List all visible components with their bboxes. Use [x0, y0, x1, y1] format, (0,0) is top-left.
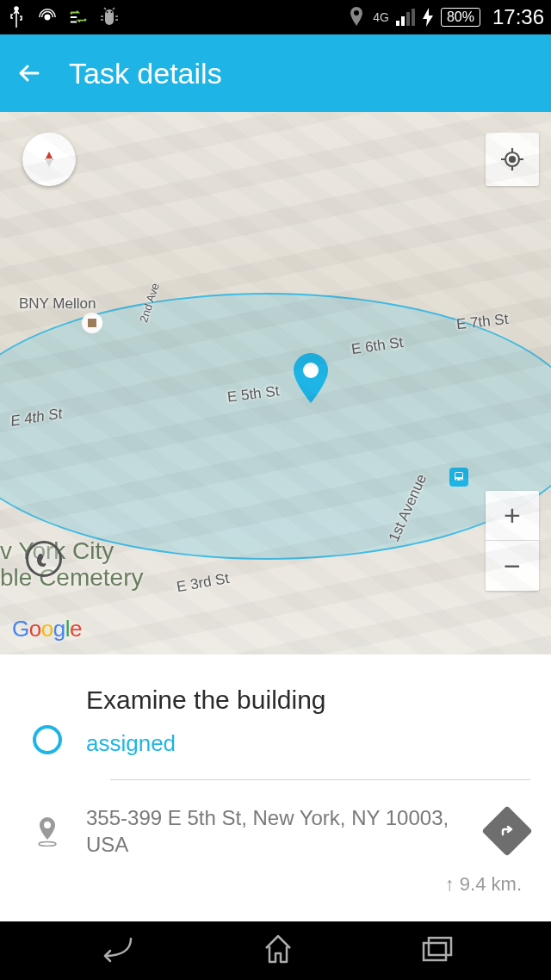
location-pin-icon [33, 816, 62, 847]
divider [110, 779, 530, 780]
back-button[interactable] [15, 59, 43, 87]
poi-marker [82, 313, 102, 333]
status-indicator-icon[interactable] [33, 725, 62, 754]
task-title: Examine the building [86, 685, 530, 715]
svg-point-12 [461, 479, 462, 481]
android-nav-bar [0, 921, 551, 980]
geofence-radius [0, 293, 551, 560]
distance-label: ↑ 9.4 km. [21, 873, 530, 896]
svg-point-4 [354, 10, 359, 16]
map-poi-cemetery: v York City ble Cemetery [0, 538, 144, 592]
task-details-sheet: Examine the building assigned 355-399 E … [0, 654, 551, 921]
nav-recent-button[interactable] [420, 934, 455, 967]
android-debug-icon [100, 8, 119, 27]
poi-circle-icon [26, 541, 62, 577]
my-location-button[interactable] [486, 133, 539, 186]
svg-rect-10 [455, 473, 462, 477]
hotspot-icon [38, 8, 57, 27]
zoom-out-button[interactable]: − [486, 541, 539, 591]
svg-rect-7 [406, 12, 410, 26]
app-bar: Task details [0, 34, 551, 112]
svg-point-15 [510, 157, 515, 162]
map-label-e3: E 3rd St [176, 570, 231, 596]
compass-button[interactable] [22, 133, 76, 186]
bus-stop-icon [449, 468, 468, 487]
clock-label: 17:36 [492, 5, 544, 29]
sync-icon [69, 8, 88, 27]
svg-rect-6 [401, 16, 405, 26]
map-view[interactable]: BNY Mellon 2nd Ave E 7th St E 6th St E 5… [0, 112, 551, 654]
usb-icon [7, 8, 26, 27]
svg-point-13 [303, 363, 319, 378]
svg-rect-19 [429, 938, 451, 955]
svg-point-17 [39, 842, 56, 847]
task-status-label: assigned [86, 730, 530, 757]
page-title: Task details [69, 57, 222, 90]
svg-point-0 [15, 7, 18, 10]
svg-point-11 [456, 479, 458, 481]
network-type-label: 4G [373, 10, 389, 24]
android-status-bar: 4G 80% 17:36 [0, 0, 551, 34]
zoom-in-button[interactable]: + [486, 491, 539, 541]
task-address: 355-399 E 5th St, New York, NY 10003, US… [86, 804, 465, 858]
map-label-bny: BNY Mellon [19, 295, 96, 313]
svg-rect-8 [412, 9, 415, 26]
directions-button[interactable] [481, 805, 532, 856]
svg-rect-18 [424, 943, 446, 960]
signal-icon [396, 8, 415, 27]
battery-indicator: 80% [441, 8, 480, 27]
zoom-controls: + − [486, 491, 539, 591]
location-icon [347, 8, 366, 27]
map-label-e7: E 7th St [455, 311, 509, 333]
nav-back-button[interactable] [96, 933, 136, 968]
svg-point-3 [111, 11, 113, 13]
svg-point-1 [45, 15, 50, 20]
google-attribution: Google [12, 616, 82, 642]
svg-point-2 [107, 11, 108, 13]
svg-rect-5 [396, 21, 399, 26]
charging-icon [422, 8, 434, 27]
svg-point-16 [44, 822, 51, 828]
map-pin-icon [293, 353, 329, 403]
nav-home-button[interactable] [261, 933, 295, 969]
